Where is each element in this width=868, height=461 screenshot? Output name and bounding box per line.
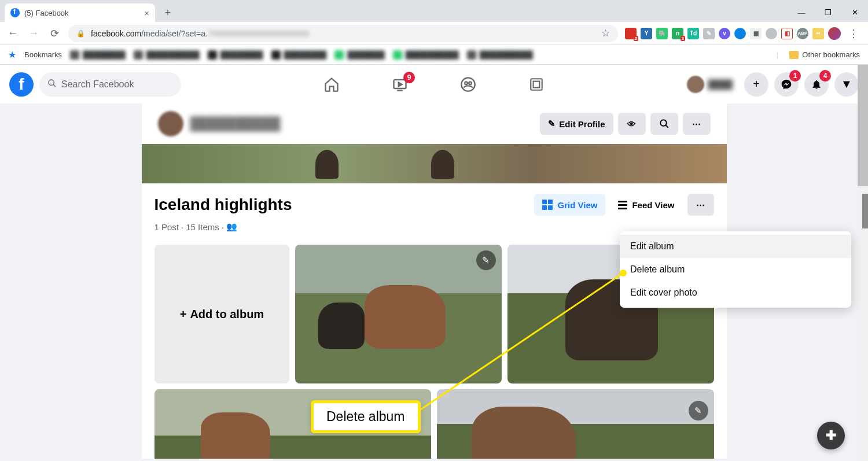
other-bookmarks-label: Other bookmarks [802,50,860,59]
avatar[interactable] [158,111,183,137]
search-profile-button[interactable] [650,113,678,135]
pencil-icon: ✎ [482,255,490,265]
extension-icon[interactable]: Td [687,28,699,39]
extension-icon[interactable]: Y [641,28,652,39]
bookmark-item[interactable]: ████████ [208,50,263,60]
album-photo[interactable]: ✎ [437,389,714,459]
extension-icon[interactable] [734,28,746,39]
feed-view-button[interactable]: Feed View [610,194,682,216]
extension-icon[interactable]: •• [812,28,824,39]
svg-point-4 [461,78,475,91]
grid-icon [542,200,553,210]
extension-icon[interactable]: v [719,28,730,39]
account-menu-button[interactable]: ▼ [834,72,859,97]
side-handle[interactable] [862,194,868,228]
svg-line-1 [53,84,56,87]
search-placeholder: Search Facebook [61,79,134,90]
album-options-menu: Edit album Delete album Edit cover photo [620,231,851,308]
watch-tab[interactable]: 9 [392,76,408,93]
extension-icon[interactable] [766,28,777,39]
url-host: facebook.com [91,29,141,38]
extensions-row: 2 Y 🐘 n3 Td ✎ v ▦ ◧ ABP •• ⋮ [625,27,862,40]
bookmarks-bar: ★ Bookmarks ████████ ██████████ ████████… [0,45,868,65]
bookmark-star-icon[interactable]: ☆ [601,27,610,39]
profile-more-button[interactable]: ⋯ [683,113,711,135]
extension-icon[interactable]: 2 [625,28,637,39]
news-tab[interactable] [528,76,545,93]
tab-title: (5) Facebook [24,9,69,17]
new-tab-button[interactable]: + [160,5,176,21]
album-title: Iceland highlights [155,196,292,214]
bookmark-item[interactable]: ██████████ [393,50,459,60]
album-post-count: 1 Post [155,222,179,232]
bookmark-item[interactable]: ██████████ [467,50,533,60]
window-maximize-button[interactable]: ❐ [815,3,841,22]
new-message-fab[interactable]: ✚ [817,422,845,449]
edit-photo-button[interactable]: ✎ [476,250,496,270]
eye-icon: 👁 [627,119,636,129]
bookmark-item[interactable]: ████████ [70,50,126,60]
bookmark-item[interactable]: ███████ [334,50,384,60]
url-path: /media/set/?set=a. [141,29,208,38]
album-item-count: 15 Items [186,222,219,232]
grid-view-button[interactable]: Grid View [534,194,605,216]
close-tab-icon[interactable]: × [144,8,149,18]
facebook-favicon [10,8,20,17]
plus-icon: + [180,308,187,321]
cover-photo-strip[interactable] [142,144,727,183]
messenger-button[interactable]: 1 [774,72,799,97]
window-minimize-button[interactable]: — [788,3,815,22]
chrome-profile-avatar[interactable] [828,27,841,40]
edit-profile-button[interactable]: ✎ Edit Profile [540,113,613,135]
watch-badge: 9 [403,72,415,83]
extension-evernote-icon[interactable]: 🐘 [656,28,668,39]
messenger-badge: 1 [789,70,801,82]
extension-icon[interactable]: ◧ [781,28,793,39]
create-button[interactable]: + [744,72,768,97]
album-more-button[interactable]: ⋯ [687,194,714,216]
home-tab[interactable] [323,76,340,93]
extension-icon[interactable]: ▦ [750,28,762,39]
notifications-button[interactable]: 4 [804,72,829,97]
vertical-scrollbar[interactable] [858,65,868,461]
svg-point-5 [465,82,468,84]
notifications-badge: 4 [819,70,831,82]
url-field[interactable]: 🔒 facebook.com/media/set/?set=a.70000000… [68,25,618,42]
bookmark-item[interactable]: ████████ [271,50,327,60]
menu-delete-album[interactable]: Delete album [620,258,851,281]
folder-icon [789,51,799,59]
bookmark-item[interactable]: ██████████ [134,50,200,60]
album-meta: 1 Post · 15 Items · 👥 [155,222,714,232]
svg-rect-8 [534,81,540,87]
feed-view-label: Feed View [632,200,674,210]
groups-tab[interactable] [460,76,476,93]
album-photo[interactable]: ✎ [295,245,502,383]
facebook-logo[interactable]: f [9,72,34,97]
chrome-menu-button[interactable]: ⋮ [845,27,862,40]
edit-photo-button[interactable]: ✎ [689,401,708,421]
nav-forward-button[interactable]: → [27,27,41,40]
profile-header: ██████████ ✎ Edit Profile 👁 ⋯ [142,104,727,144]
add-to-album-button[interactable]: + Add to album [155,245,290,383]
lock-icon: 🔒 [76,29,85,38]
menu-edit-album[interactable]: Edit album [620,235,851,258]
album-header: Iceland highlights Grid View Feed View ⋯… [142,183,727,239]
menu-edit-cover-photo[interactable]: Edit cover photo [620,281,851,304]
add-to-album-label: Add to album [190,308,264,321]
profile-chip[interactable]: ████ [685,73,738,95]
nav-back-button[interactable]: ← [6,27,20,40]
feed-icon [618,201,627,209]
view-as-button[interactable]: 👁 [618,113,646,135]
browser-tab[interactable]: (5) Facebook × [5,3,155,22]
svg-point-9 [660,120,667,126]
svg-point-6 [469,82,472,84]
window-close-button[interactable]: ✕ [841,3,868,22]
browser-titlebar: (5) Facebook × + — ❐ ✕ [0,0,868,22]
extension-abp-icon[interactable]: ABP [797,28,808,39]
extension-icon[interactable]: ✎ [703,28,715,39]
search-input[interactable]: Search Facebook [39,72,181,97]
extension-icon[interactable]: n3 [672,28,683,39]
nav-reload-button[interactable]: ⟳ [47,27,61,40]
other-bookmarks-button[interactable]: | Other bookmarks [777,50,860,59]
svg-point-0 [49,80,54,85]
